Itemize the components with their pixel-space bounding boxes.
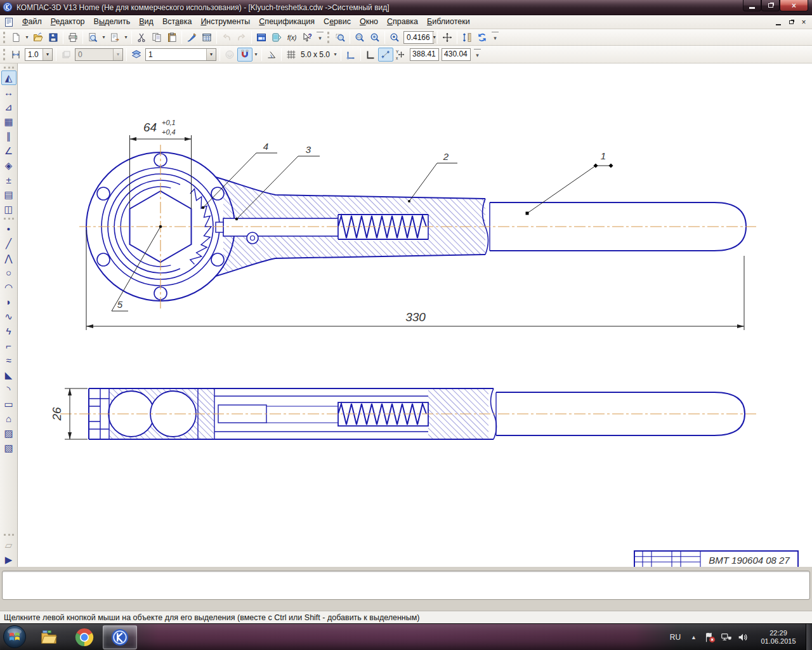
selection-panel-button[interactable]: ◈ xyxy=(1,158,16,173)
zoom-scale-dropdown-icon[interactable]: ▾ xyxy=(433,32,436,43)
new-document-button[interactable] xyxy=(8,30,23,44)
leader-1-label[interactable]: 1 xyxy=(601,150,606,161)
snap-magnet-dropdown-icon[interactable]: ▾ xyxy=(252,48,259,62)
snap-rounding-button[interactable] xyxy=(378,48,393,62)
drawing-sheet[interactable]: 64 +0,1 +0,4 330 26 xyxy=(18,63,812,567)
dimensions-panel-button[interactable]: ↔ xyxy=(1,85,16,100)
toolbar-grip[interactable] xyxy=(3,49,6,60)
print-preview-dropdown-icon[interactable]: ▾ xyxy=(100,30,107,44)
show-desktop-button[interactable] xyxy=(806,624,812,650)
current-layer-dropdown-icon[interactable]: ▾ xyxy=(206,49,216,60)
hatch-fill-tool-button[interactable]: ▧ xyxy=(1,441,16,455)
toolbar-grip[interactable] xyxy=(327,32,331,43)
arc-tool-button[interactable]: ◠ xyxy=(1,280,16,295)
save-document-button[interactable] xyxy=(46,30,61,44)
designations-panel-button[interactable]: ⊿ xyxy=(1,100,16,114)
panel-grip[interactable] xyxy=(4,534,14,536)
toolbar-overflow-icon[interactable]: ▾ xyxy=(474,49,481,60)
coordinate-x-field[interactable]: 388.41 xyxy=(410,48,439,61)
taskbar-explorer-button[interactable] xyxy=(32,625,66,649)
panel-grip[interactable] xyxy=(4,67,14,69)
rectangle-tool-button[interactable]: ▭ xyxy=(1,397,16,411)
polyline-tool-button[interactable]: ⋀ xyxy=(1,251,16,265)
menu-файл[interactable]: Файл xyxy=(18,16,46,28)
selection-handles[interactable] xyxy=(526,163,613,215)
specification-panel-button[interactable]: ± xyxy=(1,173,16,187)
leader-4-label[interactable]: 4 xyxy=(263,141,268,152)
leader-5-label[interactable]: 5 xyxy=(117,299,123,310)
page-setup-button[interactable] xyxy=(107,30,122,44)
new-document-dropdown-icon[interactable]: ▾ xyxy=(23,30,30,44)
cursor-step-value-combo[interactable]: 1.0▾ xyxy=(25,48,53,61)
editing-panel-button[interactable]: ▦ xyxy=(1,114,16,129)
circle-tool-button[interactable]: ○ xyxy=(1,265,16,280)
layers-button[interactable] xyxy=(129,48,144,62)
coordinate-y-field[interactable]: 430.04 xyxy=(442,48,471,61)
redo-button[interactable] xyxy=(234,30,249,44)
undo-button[interactable] xyxy=(219,30,234,44)
zoom-scale-combo[interactable]: 0.4166▾ xyxy=(403,31,434,44)
action-center-icon[interactable] xyxy=(702,631,718,644)
document-geometry-button[interactable] xyxy=(222,48,237,62)
spline-tool-button[interactable]: ∿ xyxy=(1,309,16,324)
menu-выделить[interactable]: Выделить xyxy=(89,16,135,28)
sheets-panel-button[interactable]: ▤ xyxy=(1,187,16,202)
taskbar-chrome-button[interactable] xyxy=(67,625,102,649)
fit-page-button[interactable] xyxy=(459,30,475,44)
zoom-in-out-button[interactable] xyxy=(367,30,383,44)
leader-3-label[interactable]: 3 xyxy=(306,144,311,155)
point-tool-button[interactable]: • xyxy=(1,222,16,236)
volume-icon[interactable] xyxy=(735,631,751,644)
current-layer-combo[interactable]: 1▾ xyxy=(145,48,216,61)
insert-view-button[interactable]: ▱ xyxy=(1,538,16,552)
menu-вид[interactable]: Вид xyxy=(134,16,158,28)
variables-button[interactable]: f(x) xyxy=(284,30,299,44)
taskbar-kompas-button[interactable] xyxy=(103,625,137,649)
print-preview-button[interactable] xyxy=(85,30,100,44)
reports-panel-button[interactable]: ◫ xyxy=(1,202,16,216)
menu-спецификация[interactable]: Спецификация xyxy=(254,16,319,28)
menu-справка[interactable]: Справка xyxy=(383,16,422,28)
snap-magnet-button[interactable] xyxy=(237,48,252,62)
parametrization-panel-button[interactable]: ∥ xyxy=(1,129,16,143)
dim-26-text[interactable]: 26 xyxy=(50,407,63,421)
cursor-step-button[interactable] xyxy=(8,48,23,62)
drawing-canvas[interactable]: 64 +0,1 +0,4 330 26 xyxy=(18,63,812,567)
fillet-tool-button[interactable]: ◝ xyxy=(1,382,16,397)
zoom-region-button[interactable] xyxy=(332,30,348,44)
start-button[interactable] xyxy=(2,625,27,650)
layer-group-value-dropdown-icon[interactable]: ▾ xyxy=(113,49,122,60)
child-close-button[interactable]: × xyxy=(798,17,809,27)
segment-tool-button[interactable]: ╱ xyxy=(1,236,16,251)
ortho-mode-button[interactable] xyxy=(363,48,378,62)
tray-expand-icon[interactable]: ▲ xyxy=(686,634,702,640)
child-restore-button[interactable] xyxy=(785,17,797,27)
dim-330-text[interactable]: 330 xyxy=(405,310,426,324)
grid-button[interactable] xyxy=(284,48,299,62)
toolbar-grip[interactable] xyxy=(3,32,6,43)
title-block[interactable]: ВМТ 190604 08 27 xyxy=(634,551,798,567)
object-properties-button[interactable] xyxy=(199,30,214,44)
coordinates-button[interactable]: Yx xyxy=(393,48,409,62)
cursor-step-value-dropdown-icon[interactable]: ▾ xyxy=(43,49,52,60)
toolbar-overflow-icon[interactable]: ▾ xyxy=(492,32,499,43)
minimize-button[interactable] xyxy=(743,0,761,11)
ellipse-tool-button[interactable]: ◗ xyxy=(1,295,16,309)
leader-2-label[interactable]: 2 xyxy=(443,151,449,162)
print-button[interactable] xyxy=(65,30,81,44)
bezier-tool-button[interactable]: ≈ xyxy=(1,353,16,368)
language-indicator[interactable]: RU xyxy=(665,633,686,642)
pan-button[interactable] xyxy=(440,30,455,44)
grid-step-dropdown-icon[interactable]: ▾ xyxy=(332,48,339,62)
hatch-strokes-tool-button[interactable]: ▨ xyxy=(1,426,16,441)
child-minimize-button[interactable] xyxy=(773,17,784,27)
copy-button[interactable] xyxy=(149,30,164,44)
menu-редактор[interactable]: Редактор xyxy=(46,16,89,28)
network-icon[interactable] xyxy=(718,631,735,644)
continuous-input-tool-button[interactable]: ϟ xyxy=(1,324,16,338)
chamfer-tool-button[interactable]: ◣ xyxy=(1,368,16,382)
expand-panel-button[interactable]: ▶ xyxy=(1,552,16,567)
menu-окно[interactable]: Окно xyxy=(355,16,383,28)
property-panel[interactable] xyxy=(2,571,810,600)
cut-button[interactable] xyxy=(134,30,149,44)
